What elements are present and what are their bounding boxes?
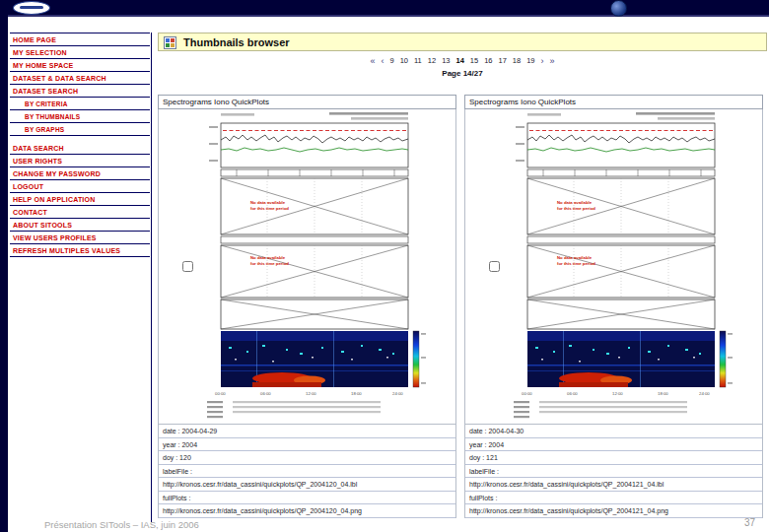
svg-text:18:00: 18:00 (351, 391, 362, 396)
thumbnails-grid: Spectrograms Iono QuickPlots (158, 95, 767, 518)
thumbnail-title: Spectrograms Iono QuickPlots (158, 95, 456, 109)
left-border-strip (0, 0, 8, 532)
sidebar-item-contact[interactable]: CONTACT (10, 206, 150, 219)
slide-page-number: 37 (744, 517, 755, 528)
page-link-16[interactable]: 16 (484, 56, 492, 66)
sidebar-item-change-my-password[interactable]: CHANGE MY PASSWORD (10, 167, 150, 180)
thumbnail-metadata: date : 2004-04-30 year : 2004 doy : 121 … (464, 425, 763, 518)
svg-text:No data available: No data available (250, 255, 286, 260)
select-thumbnail-checkbox[interactable] (489, 261, 500, 272)
thumbnails-browser-icon (164, 35, 176, 48)
pagination: « ‹ 9 10 11 12 13 14 15 16 17 18 19 › » (158, 56, 767, 66)
svg-text:for this time period: for this time period (250, 261, 289, 266)
select-thumbnail-checkbox[interactable] (182, 261, 193, 272)
thumbnail-metadata: date : 2004-04-29 year : 2004 doy : 120 … (158, 425, 456, 518)
top-banner (0, 0, 769, 17)
page-link-10[interactable]: 10 (400, 56, 408, 66)
sidebar-item-help-on-application[interactable]: HELP ON APPLICATION (10, 193, 150, 206)
thumbnail-image-cell: No data available for this time period N… (158, 109, 456, 425)
svg-text:06:00: 06:00 (260, 391, 271, 396)
sidebar-item-by-thumbnails[interactable]: BY THUMBNAILS (10, 110, 150, 123)
sidebar-item-home-page[interactable]: HOME PAGE (10, 33, 150, 46)
meta-row-doy: doy : 120 (159, 451, 455, 465)
meta-row-fullplots-label: fullPlots : (159, 492, 455, 505)
sidebar-item-data-search[interactable]: DATA SEARCH (10, 142, 150, 155)
cnes-logo (13, 1, 50, 15)
meta-row-date: date : 2004-04-29 (159, 425, 455, 438)
page-link-15[interactable]: 15 (470, 56, 478, 66)
page-link-9[interactable]: 9 (389, 56, 393, 66)
last-page-button[interactable]: » (550, 56, 555, 66)
thumbnail-panel-right: Spectrograms Iono QuickPlots date : 2004… (464, 95, 763, 518)
svg-text:12:00: 12:00 (306, 391, 316, 396)
sidebar-item-by-graphs[interactable]: BY GRAPHS (10, 123, 150, 136)
right-header-logo (610, 0, 627, 17)
meta-row-fullplots-url: http://kronos.cesr.fr/data_cassini/quick… (159, 504, 455, 518)
sidebar-menu: HOME PAGE MY SELECTION MY HOME SPACE DAT… (10, 33, 150, 257)
page-indicator: Page 14/27 (158, 69, 767, 78)
meta-row-labelfile-label: labelFile : (465, 465, 762, 479)
sidebar-item-refresh-multiples-values[interactable]: REFRESH MULTIPLES VALUES (10, 244, 150, 257)
quicklook-plot-thumbnail[interactable]: No data available for this time period N… (203, 110, 428, 424)
first-page-button[interactable]: « (370, 56, 375, 66)
page-link-14-current[interactable]: 14 (455, 56, 463, 66)
sidebar-item-about-sitools[interactable]: ABOUT SITOOLS (10, 219, 150, 232)
svg-text:for this time period: for this time period (250, 206, 289, 211)
sidebar-item-view-users-profiles[interactable]: VIEW USERS PROFILES (10, 232, 150, 244)
thumbnail-panel-left: Spectrograms Iono QuickPlots (158, 95, 456, 518)
next-page-button[interactable]: › (541, 56, 544, 66)
thumbnail-title: Spectrograms Iono QuickPlots (464, 95, 763, 109)
sidebar-item-my-home-space[interactable]: MY HOME SPACE (10, 59, 150, 72)
page-titlebar: Thumbnails browser (158, 33, 767, 51)
page-link-17[interactable]: 17 (499, 56, 507, 66)
meta-row-year: year : 2004 (159, 438, 455, 452)
svg-text:No data available: No data available (250, 200, 286, 205)
meta-row-labelfile-label: labelFile : (159, 465, 455, 479)
page-link-13[interactable]: 13 (442, 56, 450, 66)
meta-row-doy: doy : 121 (465, 451, 762, 465)
prev-page-button[interactable]: ‹ (381, 56, 384, 66)
meta-row-date: date : 2004-04-30 (465, 425, 762, 438)
sidebar-item-by-criteria[interactable]: BY CRITERIA (10, 98, 150, 110)
meta-row-labelfile-url: http://kronos.cesr.fr/data_cassini/quick… (159, 478, 455, 492)
page-link-19[interactable]: 19 (526, 56, 534, 66)
meta-row-labelfile-url: http://kronos.cesr.fr/data_cassini/quick… (465, 478, 762, 492)
meta-row-year: year : 2004 (465, 438, 762, 452)
slide-caption: Présentation SITools – IAS, juin 2006 (44, 519, 199, 530)
sidebar-item-dataset-and-data-search[interactable]: DATASET & DATA SEARCH (10, 72, 150, 85)
thumbnail-image-cell (464, 109, 763, 425)
meta-row-fullplots-label: fullPlots : (465, 492, 762, 505)
quicklook-plot-thumbnail[interactable] (510, 110, 734, 424)
page-link-18[interactable]: 18 (513, 56, 521, 66)
svg-text:24:00: 24:00 (392, 391, 403, 396)
page-title: Thumbnails browser (183, 36, 290, 48)
sidebar-divider (151, 33, 152, 522)
sidebar-item-dataset-search[interactable]: DATASET SEARCH (10, 85, 150, 98)
page-link-11[interactable]: 11 (414, 56, 422, 66)
sidebar-item-logout[interactable]: LOGOUT (10, 180, 150, 193)
sidebar-item-my-selection[interactable]: MY SELECTION (10, 46, 150, 59)
svg-text:00:00: 00:00 (215, 391, 226, 396)
meta-row-fullplots-url: http://kronos.cesr.fr/data_cassini/quick… (465, 504, 762, 518)
page-link-12[interactable]: 12 (428, 56, 436, 66)
sidebar-item-user-rights[interactable]: USER RIGHTS (10, 155, 150, 167)
main-content: Thumbnails browser « ‹ 9 10 11 12 13 14 … (158, 33, 767, 518)
